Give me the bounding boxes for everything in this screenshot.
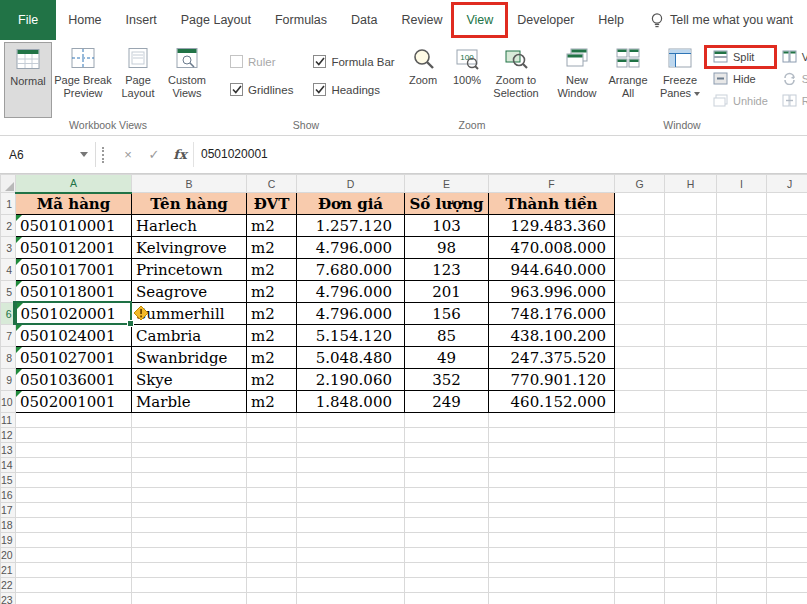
empty-cell[interactable] xyxy=(665,259,717,281)
empty-cell[interactable] xyxy=(717,413,767,428)
cell-e2[interactable]: 103 xyxy=(405,215,489,237)
empty-cell[interactable] xyxy=(297,413,405,428)
new-window-button[interactable]: New Window xyxy=(552,42,602,118)
empty-cell[interactable] xyxy=(16,563,132,578)
cell-d2[interactable]: 1.257.120 xyxy=(297,215,405,237)
empty-cell[interactable] xyxy=(615,215,665,237)
empty-cell[interactable] xyxy=(767,458,807,473)
tab-file[interactable]: File xyxy=(0,0,56,40)
empty-cell[interactable] xyxy=(489,548,615,563)
error-icon[interactable] xyxy=(133,305,149,321)
empty-cell[interactable] xyxy=(297,443,405,458)
empty-cell[interactable] xyxy=(615,503,665,518)
empty-cell[interactable] xyxy=(16,548,132,563)
cell-e1[interactable]: Số lượng xyxy=(405,193,489,215)
insert-function-icon[interactable]: fx xyxy=(167,147,193,162)
empty-cell[interactable] xyxy=(489,503,615,518)
cell-f7[interactable]: 438.100.200 xyxy=(489,325,615,347)
empty-cell[interactable] xyxy=(767,193,807,215)
empty-cell[interactable] xyxy=(132,428,247,443)
empty-cell[interactable] xyxy=(297,593,405,604)
empty-cell[interactable] xyxy=(665,215,717,237)
empty-cell[interactable] xyxy=(717,281,767,303)
empty-cell[interactable] xyxy=(132,548,247,563)
name-box[interactable]: A6 xyxy=(0,142,96,167)
cell-e9[interactable]: 352 xyxy=(405,369,489,391)
empty-cell[interactable] xyxy=(405,473,489,488)
empty-cell[interactable] xyxy=(717,488,767,503)
cell-a10[interactable]: 0502001001 xyxy=(16,391,132,413)
empty-cell[interactable] xyxy=(247,503,297,518)
formula-bar-checkbox[interactable]: Formula Bar xyxy=(313,55,394,68)
split-button[interactable]: Split xyxy=(708,47,773,67)
empty-cell[interactable] xyxy=(489,578,615,593)
cell-f1[interactable]: Thành tiền xyxy=(489,193,615,215)
empty-cell[interactable] xyxy=(405,593,489,604)
normal-view-button[interactable]: Normal xyxy=(4,42,52,118)
empty-cell[interactable] xyxy=(615,473,665,488)
tab-formulas[interactable]: Formulas xyxy=(263,0,339,40)
empty-cell[interactable] xyxy=(615,281,665,303)
empty-cell[interactable] xyxy=(615,563,665,578)
empty-cell[interactable] xyxy=(717,325,767,347)
empty-cell[interactable] xyxy=(16,593,132,604)
empty-cell[interactable] xyxy=(132,473,247,488)
cell-c3[interactable]: m2 xyxy=(247,237,297,259)
tab-page-layout[interactable]: Page Layout xyxy=(169,0,263,40)
empty-cell[interactable] xyxy=(767,473,807,488)
empty-cell[interactable] xyxy=(405,578,489,593)
cell-e5[interactable]: 201 xyxy=(405,281,489,303)
empty-cell[interactable] xyxy=(247,548,297,563)
tab-insert[interactable]: Insert xyxy=(114,0,169,40)
row-header[interactable]: 13 xyxy=(1,443,16,458)
cell-b8[interactable]: Swanbridge xyxy=(132,347,247,369)
empty-cell[interactable] xyxy=(16,458,132,473)
empty-cell[interactable] xyxy=(132,563,247,578)
empty-cell[interactable] xyxy=(297,578,405,593)
empty-cell[interactable] xyxy=(767,303,807,325)
row-header[interactable]: 21 xyxy=(1,563,16,578)
synchronous-scrolling-button[interactable]: Sy xyxy=(777,69,807,89)
cell-d10[interactable]: 1.848.000 xyxy=(297,391,405,413)
empty-cell[interactable] xyxy=(767,548,807,563)
cell-e6[interactable]: 156 xyxy=(405,303,489,325)
empty-cell[interactable] xyxy=(489,593,615,604)
empty-cell[interactable] xyxy=(665,548,717,563)
empty-cell[interactable] xyxy=(767,325,807,347)
empty-cell[interactable] xyxy=(405,443,489,458)
empty-cell[interactable] xyxy=(132,458,247,473)
cell-a1[interactable]: Mã hàng xyxy=(16,193,132,215)
column-header-a[interactable]: A xyxy=(16,175,132,193)
empty-cell[interactable] xyxy=(615,443,665,458)
empty-cell[interactable] xyxy=(717,369,767,391)
empty-cell[interactable] xyxy=(297,503,405,518)
empty-cell[interactable] xyxy=(247,488,297,503)
empty-cell[interactable] xyxy=(665,237,717,259)
cell-b5[interactable]: Seagrove xyxy=(132,281,247,303)
reset-window-position-button[interactable]: Re xyxy=(777,91,807,111)
empty-cell[interactable] xyxy=(615,533,665,548)
cell-f10[interactable]: 460.152.000 xyxy=(489,391,615,413)
empty-cell[interactable] xyxy=(615,548,665,563)
cell-b10[interactable]: Marble xyxy=(132,391,247,413)
column-header-i[interactable]: I xyxy=(717,175,767,193)
cell-c2[interactable]: m2 xyxy=(247,215,297,237)
cancel-icon[interactable]: × xyxy=(115,147,141,162)
empty-cell[interactable] xyxy=(665,443,717,458)
empty-cell[interactable] xyxy=(717,259,767,281)
cell-f4[interactable]: 944.640.000 xyxy=(489,259,615,281)
cell-a2[interactable]: 0501010001 xyxy=(16,215,132,237)
cell-c4[interactable]: m2 xyxy=(247,259,297,281)
empty-cell[interactable] xyxy=(247,413,297,428)
empty-cell[interactable] xyxy=(767,533,807,548)
empty-cell[interactable] xyxy=(16,488,132,503)
empty-cell[interactable] xyxy=(16,413,132,428)
empty-cell[interactable] xyxy=(489,428,615,443)
column-header-f[interactable]: F xyxy=(489,175,615,193)
empty-cell[interactable] xyxy=(665,593,717,604)
page-break-preview-button[interactable]: Page Break Preview xyxy=(52,42,114,118)
cell-b2[interactable]: Harlech xyxy=(132,215,247,237)
empty-cell[interactable] xyxy=(247,533,297,548)
row-header[interactable]: 9 xyxy=(1,369,16,391)
empty-cell[interactable] xyxy=(489,518,615,533)
